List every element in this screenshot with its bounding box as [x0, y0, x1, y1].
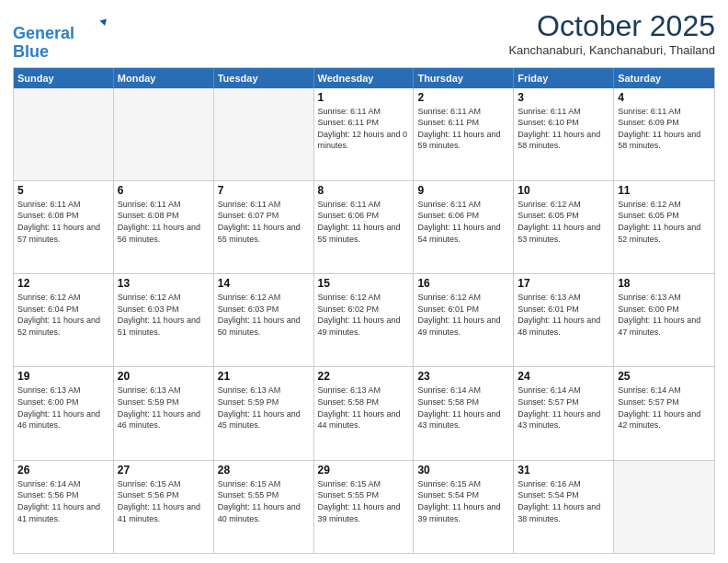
- daylight-line: Daylight: 11 hours and 44 minutes.: [318, 408, 410, 431]
- cal-cell-r2c4: 16Sunrise: 6:12 AMSunset: 6:01 PMDayligh…: [414, 274, 514, 366]
- cal-cell-r3c5: 24Sunrise: 6:14 AMSunset: 5:57 PMDayligh…: [514, 367, 614, 459]
- day-number: 16: [417, 277, 509, 290]
- daylight-line: Daylight: 11 hours and 45 minutes.: [218, 408, 310, 431]
- logo-general: General: [13, 24, 74, 42]
- day-number: 30: [417, 464, 509, 477]
- cal-cell-r3c2: 21Sunrise: 6:13 AMSunset: 5:59 PMDayligh…: [214, 367, 314, 459]
- cal-cell-r3c0: 19Sunrise: 6:13 AMSunset: 6:00 PMDayligh…: [14, 367, 114, 459]
- day-number: 4: [618, 91, 711, 104]
- cal-cell-r1c6: 11Sunrise: 6:12 AMSunset: 6:05 PMDayligh…: [614, 181, 714, 273]
- cal-cell-r3c3: 22Sunrise: 6:13 AMSunset: 5:58 PMDayligh…: [314, 367, 415, 459]
- header-sunday: Sunday: [14, 68, 114, 88]
- sunrise-line: Sunrise: 6:11 AM: [118, 199, 210, 211]
- cal-cell-r4c0: 26Sunrise: 6:14 AMSunset: 5:56 PMDayligh…: [14, 461, 114, 553]
- cal-cell-r2c6: 18Sunrise: 6:13 AMSunset: 6:00 PMDayligh…: [614, 274, 714, 366]
- daylight-line: Daylight: 11 hours and 58 minutes.: [618, 129, 711, 152]
- day-number: 28: [218, 464, 310, 477]
- day-number: 23: [417, 370, 509, 383]
- sunset-line: Sunset: 5:59 PM: [218, 396, 310, 408]
- month-title: October 2025: [508, 9, 715, 43]
- cal-cell-r2c5: 17Sunrise: 6:13 AMSunset: 6:01 PMDayligh…: [514, 274, 614, 366]
- day-number: 21: [218, 370, 310, 383]
- cal-cell-r4c4: 30Sunrise: 6:15 AMSunset: 5:54 PMDayligh…: [414, 461, 514, 553]
- sunrise-line: Sunrise: 6:11 AM: [417, 199, 509, 211]
- daylight-line: Daylight: 11 hours and 58 minutes.: [518, 129, 609, 152]
- day-number: 15: [318, 277, 410, 290]
- cal-cell-r1c5: 10Sunrise: 6:12 AMSunset: 6:05 PMDayligh…: [514, 181, 614, 273]
- sunrise-line: Sunrise: 6:11 AM: [318, 106, 410, 118]
- header-monday: Monday: [114, 68, 214, 88]
- cal-cell-r0c0: [14, 88, 114, 180]
- cal-cell-r2c1: 13Sunrise: 6:12 AMSunset: 6:03 PMDayligh…: [114, 274, 214, 366]
- cal-cell-r2c3: 15Sunrise: 6:12 AMSunset: 6:02 PMDayligh…: [314, 274, 415, 366]
- cal-row-3: 12Sunrise: 6:12 AMSunset: 6:04 PMDayligh…: [14, 273, 714, 366]
- sunset-line: Sunset: 6:01 PM: [417, 304, 509, 316]
- cal-cell-r4c3: 29Sunrise: 6:15 AMSunset: 5:55 PMDayligh…: [314, 461, 415, 553]
- cal-row-1: 1Sunrise: 6:11 AMSunset: 6:11 PMDaylight…: [14, 88, 714, 180]
- daylight-line: Daylight: 11 hours and 39 minutes.: [417, 501, 509, 524]
- sunset-line: Sunset: 6:07 PM: [218, 210, 310, 222]
- sunset-line: Sunset: 6:11 PM: [417, 117, 509, 129]
- calendar-body: 1Sunrise: 6:11 AMSunset: 6:11 PMDaylight…: [14, 88, 714, 553]
- sunset-line: Sunset: 6:05 PM: [518, 210, 609, 222]
- sunrise-line: Sunrise: 6:15 AM: [318, 478, 410, 490]
- sunrise-line: Sunrise: 6:13 AM: [218, 385, 310, 396]
- daylight-line: Daylight: 11 hours and 52 minutes.: [17, 315, 109, 338]
- header-thursday: Thursday: [414, 68, 514, 88]
- cal-row-4: 19Sunrise: 6:13 AMSunset: 6:00 PMDayligh…: [14, 366, 714, 459]
- sunrise-line: Sunrise: 6:11 AM: [618, 106, 711, 118]
- day-number: 10: [518, 184, 609, 197]
- day-number: 12: [17, 277, 109, 290]
- sunset-line: Sunset: 5:58 PM: [417, 396, 509, 408]
- header-saturday: Saturday: [614, 68, 714, 88]
- sunset-line: Sunset: 5:54 PM: [518, 489, 609, 501]
- sunrise-line: Sunrise: 6:12 AM: [618, 199, 711, 211]
- sunset-line: Sunset: 5:56 PM: [118, 489, 210, 501]
- sunset-line: Sunset: 6:06 PM: [417, 210, 509, 222]
- day-number: 3: [518, 91, 609, 104]
- day-number: 31: [518, 464, 609, 477]
- day-number: 14: [218, 277, 310, 290]
- day-number: 26: [17, 464, 109, 477]
- daylight-line: Daylight: 11 hours and 43 minutes.: [417, 408, 509, 431]
- cal-cell-r2c2: 14Sunrise: 6:12 AMSunset: 6:03 PMDayligh…: [214, 274, 314, 366]
- daylight-line: Daylight: 11 hours and 47 minutes.: [618, 315, 711, 338]
- day-number: 2: [417, 91, 509, 104]
- cal-cell-r4c2: 28Sunrise: 6:15 AMSunset: 5:55 PMDayligh…: [214, 461, 314, 553]
- sunset-line: Sunset: 6:11 PM: [318, 117, 410, 129]
- sunset-line: Sunset: 6:08 PM: [118, 210, 210, 222]
- day-number: 25: [618, 370, 711, 383]
- daylight-line: Daylight: 11 hours and 55 minutes.: [218, 222, 310, 245]
- sunset-line: Sunset: 6:06 PM: [318, 210, 410, 222]
- daylight-line: Daylight: 11 hours and 46 minutes.: [17, 408, 109, 431]
- day-number: 18: [618, 277, 711, 290]
- sunset-line: Sunset: 5:57 PM: [618, 396, 711, 408]
- sunset-line: Sunset: 6:02 PM: [318, 304, 410, 316]
- sunrise-line: Sunrise: 6:12 AM: [417, 292, 509, 304]
- day-number: 9: [417, 184, 509, 197]
- sunrise-line: Sunrise: 6:12 AM: [518, 199, 609, 211]
- daylight-line: Daylight: 11 hours and 43 minutes.: [518, 408, 609, 431]
- daylight-line: Daylight: 11 hours and 38 minutes.: [518, 501, 609, 524]
- sunrise-line: Sunrise: 6:11 AM: [417, 106, 509, 118]
- day-number: 6: [118, 184, 210, 197]
- cal-cell-r0c4: 2Sunrise: 6:11 AMSunset: 6:11 PMDaylight…: [414, 88, 514, 180]
- logo-icon: [81, 13, 107, 39]
- sunrise-line: Sunrise: 6:12 AM: [17, 292, 109, 304]
- sunset-line: Sunset: 6:01 PM: [518, 304, 609, 316]
- cal-cell-r1c0: 5Sunrise: 6:11 AMSunset: 6:08 PMDaylight…: [14, 181, 114, 273]
- sunset-line: Sunset: 6:04 PM: [17, 304, 109, 316]
- sunset-line: Sunset: 5:54 PM: [417, 489, 509, 501]
- sunset-line: Sunset: 6:10 PM: [518, 117, 609, 129]
- day-number: 19: [17, 370, 109, 383]
- day-number: 24: [518, 370, 609, 383]
- logo-text: General: [13, 13, 107, 43]
- sunrise-line: Sunrise: 6:14 AM: [618, 385, 711, 396]
- daylight-line: Daylight: 11 hours and 39 minutes.: [318, 501, 410, 524]
- sunset-line: Sunset: 6:05 PM: [618, 210, 711, 222]
- location: Kanchanaburi, Kanchanaburi, Thailand: [508, 43, 715, 57]
- sunset-line: Sunset: 5:59 PM: [118, 396, 210, 408]
- sunrise-line: Sunrise: 6:13 AM: [518, 292, 609, 304]
- sunrise-line: Sunrise: 6:14 AM: [17, 478, 109, 490]
- day-number: 5: [17, 184, 109, 197]
